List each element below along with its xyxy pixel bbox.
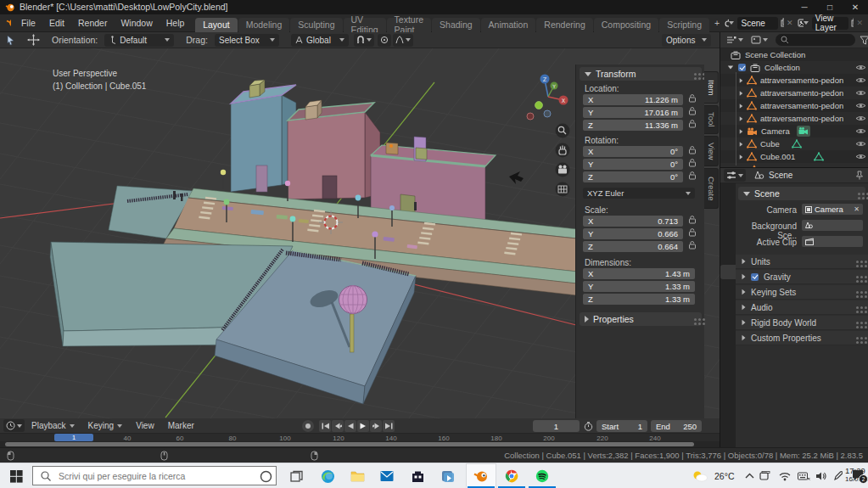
falloff-dropdown[interactable] bbox=[393, 34, 413, 47]
add-workspace-button[interactable]: + bbox=[710, 14, 724, 32]
menu-render[interactable]: Render bbox=[71, 14, 114, 32]
outliner-row-cube-001[interactable]: Cube.001 bbox=[720, 150, 868, 163]
outliner-search-input[interactable] bbox=[776, 34, 855, 46]
tab-modeling[interactable]: Modeling bbox=[238, 18, 290, 32]
menu-edit[interactable]: Edit bbox=[42, 14, 71, 32]
outliner-row-mesh-0[interactable]: attraversamento-pedona bbox=[720, 74, 868, 87]
remove-view-layer-icon[interactable]: ✕ bbox=[856, 19, 863, 27]
outliner-filter-icon[interactable] bbox=[860, 36, 868, 45]
wifi-icon[interactable] bbox=[779, 471, 791, 481]
sidebar-tab-item[interactable]: Item bbox=[704, 71, 719, 104]
tab-layout[interactable]: Layout bbox=[195, 18, 238, 32]
eye-icon[interactable] bbox=[855, 89, 866, 97]
timeline-ruler[interactable]: 2040 6080 100120 140160 180200 220240 1 bbox=[0, 434, 720, 441]
outliner-row-camera[interactable]: Camera bbox=[720, 125, 868, 137]
frame-end-field[interactable]: End250 bbox=[651, 420, 702, 432]
scale-z-field[interactable]: Z0.664 bbox=[583, 241, 683, 252]
tray-expand-chevron[interactable] bbox=[745, 473, 754, 480]
scale-lock-icons[interactable] bbox=[688, 216, 697, 258]
sidebar-tab-create[interactable]: Create bbox=[704, 168, 719, 209]
frame-start-field[interactable]: Start1 bbox=[596, 420, 647, 432]
proportional-editing-button[interactable] bbox=[378, 34, 391, 47]
timeline-menu-marker[interactable]: Marker bbox=[161, 418, 201, 434]
location-y-field[interactable]: Y17.016 m bbox=[583, 107, 683, 118]
new-view-layer-icon[interactable] bbox=[850, 18, 854, 28]
file-explorer-icon[interactable] bbox=[342, 463, 372, 488]
notification-center-button[interactable]: 2 bbox=[852, 469, 865, 485]
camera-data-icon[interactable] bbox=[797, 126, 810, 137]
timeline-menu-view[interactable]: View bbox=[129, 418, 161, 434]
panel-custom-properties[interactable]: Custom Properties bbox=[736, 331, 868, 345]
jump-to-start-button[interactable] bbox=[319, 420, 331, 432]
orientation-dropdown[interactable]: Default bbox=[104, 34, 174, 47]
task-view-button[interactable] bbox=[281, 463, 311, 488]
pan-button[interactable] bbox=[556, 143, 570, 158]
tab-compositing[interactable]: Compositing bbox=[594, 18, 658, 32]
tab-rendering[interactable]: Rendering bbox=[536, 18, 592, 32]
eye-icon[interactable] bbox=[855, 115, 866, 122]
zoom-button[interactable] bbox=[556, 124, 570, 138]
scene-name-field[interactable]: Scene bbox=[737, 17, 778, 30]
search-input[interactable] bbox=[57, 470, 255, 482]
active-clip-field[interactable] bbox=[802, 236, 863, 247]
maximize-button[interactable]: □ bbox=[817, 0, 843, 14]
tab-animation[interactable]: Animation bbox=[481, 18, 536, 32]
scene-browse-chevron[interactable] bbox=[729, 21, 734, 25]
tab-scripting[interactable]: Scripting bbox=[659, 18, 709, 32]
new-scene-icon[interactable] bbox=[780, 18, 784, 28]
tab-shading[interactable]: Shading bbox=[432, 18, 480, 32]
outliner-display-mode-dropdown[interactable] bbox=[724, 34, 746, 47]
panel-rigid-body-world[interactable]: Rigid Body World bbox=[736, 316, 868, 330]
active-tool-tweak-icon[interactable] bbox=[5, 34, 19, 46]
eye-icon[interactable] bbox=[855, 64, 866, 71]
outliner-row-collection[interactable]: Collection bbox=[720, 61, 868, 74]
cursor-tool-icon[interactable] bbox=[27, 34, 40, 46]
eye-icon[interactable] bbox=[855, 140, 866, 148]
rotation-y-field[interactable]: Y0° bbox=[583, 159, 683, 170]
pin-icon[interactable] bbox=[855, 171, 864, 180]
panel-units[interactable]: Units bbox=[736, 255, 868, 269]
outliner-row-mesh-1[interactable]: attraversamento-pedona bbox=[720, 87, 868, 99]
clear-camera-icon[interactable]: ✕ bbox=[854, 205, 860, 213]
pen-icon[interactable] bbox=[833, 471, 843, 481]
view-layer-field[interactable]: View Layer bbox=[812, 17, 848, 30]
panel-audio[interactable]: Audio bbox=[736, 300, 868, 315]
transform-panel-header[interactable]: Transform bbox=[580, 67, 702, 81]
properties-editor-type-dropdown[interactable] bbox=[724, 169, 746, 182]
spotify-icon[interactable] bbox=[527, 463, 557, 488]
menu-window[interactable]: Window bbox=[114, 14, 159, 32]
tray-meet-now-icon[interactable] bbox=[759, 471, 770, 481]
chrome-icon[interactable] bbox=[496, 463, 527, 488]
rotation-mode-dropdown[interactable]: XYZ Euler bbox=[583, 188, 695, 199]
blender-menu-icon[interactable] bbox=[6, 18, 11, 28]
scene-camera-field[interactable]: Camera ✕ bbox=[802, 204, 863, 215]
snap-magnet-button[interactable] bbox=[354, 34, 374, 47]
location-z-field[interactable]: Z11.336 m bbox=[583, 120, 683, 131]
blender-taskbar-icon[interactable] bbox=[466, 463, 496, 488]
menu-help[interactable]: Help bbox=[160, 14, 192, 32]
taskbar-search[interactable] bbox=[32, 466, 277, 485]
tab-texture-paint[interactable]: Texture Paint bbox=[387, 18, 431, 32]
location-x-field[interactable]: X11.226 m bbox=[583, 94, 683, 105]
eye-icon[interactable] bbox=[855, 153, 866, 160]
mail-icon[interactable] bbox=[372, 463, 402, 488]
background-scene-field[interactable] bbox=[802, 220, 863, 231]
transform-lock-icons[interactable] bbox=[688, 94, 697, 209]
tab-uv-editing[interactable]: UV Editing bbox=[344, 18, 386, 32]
timeline-menu-keying[interactable]: Keying bbox=[81, 418, 130, 434]
volume-icon[interactable] bbox=[815, 471, 827, 481]
menu-file[interactable]: File bbox=[14, 14, 42, 32]
dimensions-z-field[interactable]: Z1.33 m bbox=[583, 294, 695, 305]
weather-icon[interactable] bbox=[691, 469, 709, 483]
eye-icon[interactable] bbox=[855, 127, 866, 135]
next-keyframe-button[interactable] bbox=[370, 420, 382, 432]
rotation-x-field[interactable]: X0° bbox=[583, 146, 683, 157]
scale-y-field[interactable]: Y0.666 bbox=[583, 228, 683, 239]
panel-gravity[interactable]: Gravity bbox=[736, 270, 868, 284]
collection-checkbox[interactable] bbox=[738, 64, 746, 71]
view-layer-chevron[interactable] bbox=[804, 21, 809, 25]
play-reverse-button[interactable] bbox=[344, 420, 356, 432]
eye-icon[interactable] bbox=[855, 102, 866, 109]
start-button[interactable] bbox=[10, 470, 23, 483]
gizmo-x-neg[interactable] bbox=[527, 113, 534, 120]
